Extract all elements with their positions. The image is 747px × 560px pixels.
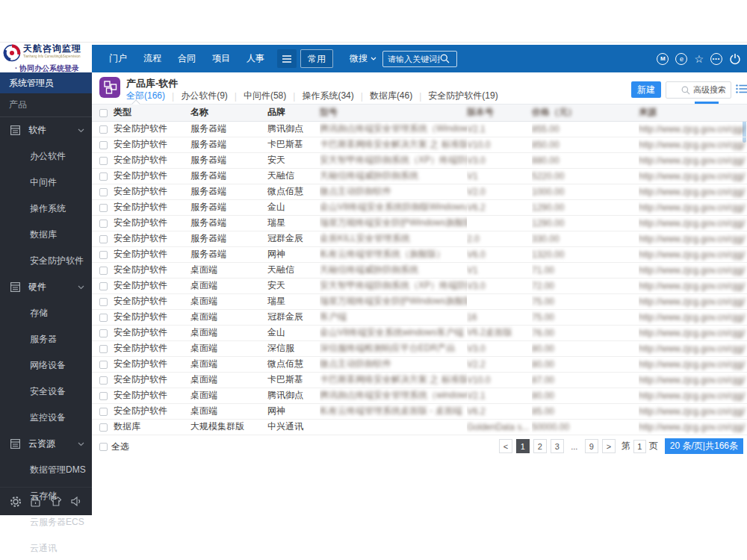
- sidebar-item-2-0[interactable]: 数据管理DMS: [0, 457, 92, 483]
- sidebar-item-0-0[interactable]: 办公软件: [0, 143, 92, 169]
- horizontal-scroll-indicator[interactable]: [695, 102, 719, 104]
- sidebar-group-2[interactable]: 云资源: [0, 431, 92, 457]
- table-row[interactable]: 安全防护软件服务器端微点佰慧微点主动防御软件V2.01000.00http://…: [92, 184, 747, 199]
- sidebar-group-1[interactable]: 硬件: [0, 274, 92, 300]
- table-row[interactable]: 安全防护软件桌面端卡巴斯基卡巴斯基网络安全解决方案 之 标准版（KES...V1…: [92, 372, 747, 388]
- sidebar-item-2-3[interactable]: 云通讯: [0, 535, 92, 560]
- table-row[interactable]: 安全防护软件桌面端腾讯御点腾讯御点终端安全管理系统（windows版）V2.1V…: [92, 388, 747, 403]
- global-search-box[interactable]: [382, 51, 457, 67]
- row-checkbox[interactable]: [99, 141, 108, 149]
- table-row[interactable]: 安全防护软件服务器端安天安天智甲终端防御系统（XP）终端防护V3.0880.00…: [92, 152, 747, 168]
- new-button[interactable]: 新建: [631, 81, 661, 98]
- row-checkbox[interactable]: [99, 251, 108, 259]
- table-row[interactable]: 安全防护软件服务器端金山金山V8终端安全系统防御版Windows企业版V6.21…: [92, 199, 747, 215]
- sidebar-item-1-4[interactable]: 监控设备: [0, 405, 92, 431]
- nav-tab-2[interactable]: 合同: [170, 52, 204, 65]
- search-icon[interactable]: [440, 54, 450, 63]
- nav-menu-button[interactable]: [277, 49, 297, 68]
- page-jump-input[interactable]: 1: [633, 440, 646, 453]
- table-row[interactable]: 安全防护软件服务器端网神私有云终端管理系统（旗舰版）V6.01320.00htt…: [92, 246, 747, 262]
- nav-tab-1[interactable]: 流程: [135, 52, 170, 65]
- row-checkbox[interactable]: [99, 298, 108, 306]
- sidebar-item-1-2[interactable]: 网络设备: [0, 352, 92, 379]
- filter-tab-2[interactable]: 中间件(58): [244, 90, 286, 102]
- filter-tab-0[interactable]: 全部(166): [126, 90, 165, 102]
- page-button-x[interactable]: <: [499, 439, 512, 453]
- page-button-1[interactable]: 1: [516, 439, 530, 453]
- table-row[interactable]: 数据库大规模集群版中兴通讯GoldenData s...50000.00http…: [92, 419, 747, 435]
- table-search-icon[interactable]: [681, 86, 690, 95]
- sidebar-item-0-3[interactable]: 数据库: [0, 222, 92, 248]
- table-row[interactable]: 安全防护软件桌面端冠群金辰客户端1675.00http://www.zjcg.g…: [92, 309, 747, 325]
- nav-tab-changyong[interactable]: 常用: [300, 49, 333, 68]
- page-button-x[interactable]: >: [602, 439, 616, 453]
- header-checkbox[interactable]: [99, 109, 108, 117]
- sidebar-item-1-3[interactable]: 安全设备: [0, 379, 92, 405]
- sidebar-section-product[interactable]: 产品: [0, 93, 92, 117]
- row-checkbox[interactable]: [99, 408, 108, 416]
- sidebar-item-0-2[interactable]: 操作系统: [0, 196, 92, 222]
- table-row[interactable]: 安全防护软件服务器端腾讯御点腾讯御点终端安全管理系统（Windows版）V2.1…: [92, 121, 747, 137]
- sidebar-item-0-1[interactable]: 中间件: [0, 169, 92, 196]
- lock-icon[interactable]: [31, 496, 40, 507]
- nav-tab-3[interactable]: 项目: [204, 52, 238, 65]
- table-search-input[interactable]: [666, 86, 681, 95]
- table-row[interactable]: 安全防护软件服务器端冠群金辰金辰KILL安全管理系统2.0330.00http:…: [92, 231, 747, 246]
- page-button-3[interactable]: 3: [551, 439, 564, 453]
- row-checkbox[interactable]: [99, 267, 108, 275]
- row-checkbox[interactable]: [99, 157, 108, 165]
- row-checkbox[interactable]: [99, 392, 108, 400]
- nav-tab-0[interactable]: 门户: [101, 52, 135, 65]
- global-search-input[interactable]: [383, 55, 440, 63]
- table-row[interactable]: 安全防护软件桌面端深信服深信服终端检测响应平台EDR产品V3.080.00htt…: [92, 340, 747, 356]
- power-icon[interactable]: [729, 53, 741, 65]
- select-all-checkbox[interactable]: [99, 443, 108, 451]
- m-badge-icon[interactable]: M: [657, 53, 669, 65]
- advanced-search-button[interactable]: 高级搜索: [690, 84, 731, 96]
- sidebar-item-0-4[interactable]: 安全防护软件: [0, 248, 92, 274]
- table-row[interactable]: 安全防护软件桌面端天融信天融信终端威胁防御系统V171.00http://www…: [92, 262, 747, 278]
- nav-tab-4[interactable]: 人事: [238, 52, 273, 65]
- theme-shirt-icon[interactable]: [50, 497, 62, 506]
- table-row[interactable]: 安全防护软件桌面端网神私有云终端管理系统桌面版 - 桌面端V6.285.00ht…: [92, 403, 747, 419]
- filter-tab-1[interactable]: 办公软件(9): [181, 90, 228, 102]
- filter-tab-3[interactable]: 操作系统(34): [302, 90, 353, 102]
- table-row[interactable]: 安全防护软件服务器端瑞星瑞星万能终端安全防护Windows旗舰版1290.00h…: [92, 215, 747, 231]
- search-scope-dropdown[interactable]: 微搜: [350, 52, 376, 65]
- row-checkbox[interactable]: [99, 376, 108, 385]
- more-circle-icon[interactable]: •••: [710, 53, 722, 65]
- sidebar-role-label[interactable]: 系统管理员: [0, 72, 92, 93]
- page-button-9[interactable]: 9: [585, 439, 598, 453]
- row-checkbox[interactable]: [99, 329, 108, 337]
- sidebar-group-0[interactable]: 软件: [0, 117, 92, 143]
- table-row[interactable]: 安全防护软件桌面端金山金山V8终端安全系统windows客户端V6.2桌面版76…: [92, 325, 747, 340]
- favorite-star-icon[interactable]: ☆: [694, 54, 704, 64]
- cell-text: 卡巴斯基网络安全解决方案 之 标准版（KES...: [320, 374, 467, 385]
- row-checkbox[interactable]: [99, 235, 108, 243]
- row-checkbox[interactable]: [99, 345, 108, 353]
- table-row[interactable]: 安全防护软件桌面端安天安天智甲终端防御系统（XP）终端防护V3.072.00ht…: [92, 278, 747, 293]
- gear-icon[interactable]: [10, 496, 22, 508]
- table-row[interactable]: 安全防护软件服务器端天融信天融信终端威胁防御系统V15220.00http://…: [92, 168, 747, 184]
- sidebar-item-1-0[interactable]: 存储: [0, 300, 92, 326]
- row-checkbox[interactable]: [99, 361, 108, 369]
- filter-tab-4[interactable]: 数据库(46): [370, 90, 412, 102]
- row-checkbox[interactable]: [99, 204, 108, 212]
- table-row[interactable]: 安全防护软件桌面端瑞星瑞星万能终端安全防护Windows旗舰版75.00http…: [92, 293, 747, 309]
- table-row[interactable]: 安全防护软件桌面端微点佰慧微点主动防御软件V2.280.00http://www…: [92, 356, 747, 372]
- table-row[interactable]: 安全防护软件服务器端卡巴斯基卡巴斯基网络安全解决方案 之 标准版（K...V10…: [92, 137, 747, 152]
- page-button-2[interactable]: 2: [533, 439, 547, 453]
- page-size-badge[interactable]: 20 条/页|共166条: [665, 438, 743, 454]
- row-checkbox[interactable]: [99, 282, 108, 290]
- filter-tab-5[interactable]: 安全防护软件(19): [428, 90, 498, 102]
- e-badge-icon[interactable]: e: [675, 53, 687, 65]
- speaker-icon[interactable]: [71, 497, 82, 506]
- column-settings-icon[interactable]: [736, 84, 747, 93]
- row-checkbox[interactable]: [99, 188, 108, 196]
- row-checkbox[interactable]: [99, 423, 108, 432]
- row-checkbox[interactable]: [99, 172, 108, 181]
- row-checkbox[interactable]: [99, 220, 108, 228]
- sidebar-item-1-1[interactable]: 服务器: [0, 326, 92, 352]
- row-checkbox[interactable]: [99, 314, 108, 322]
- row-checkbox[interactable]: [99, 125, 108, 134]
